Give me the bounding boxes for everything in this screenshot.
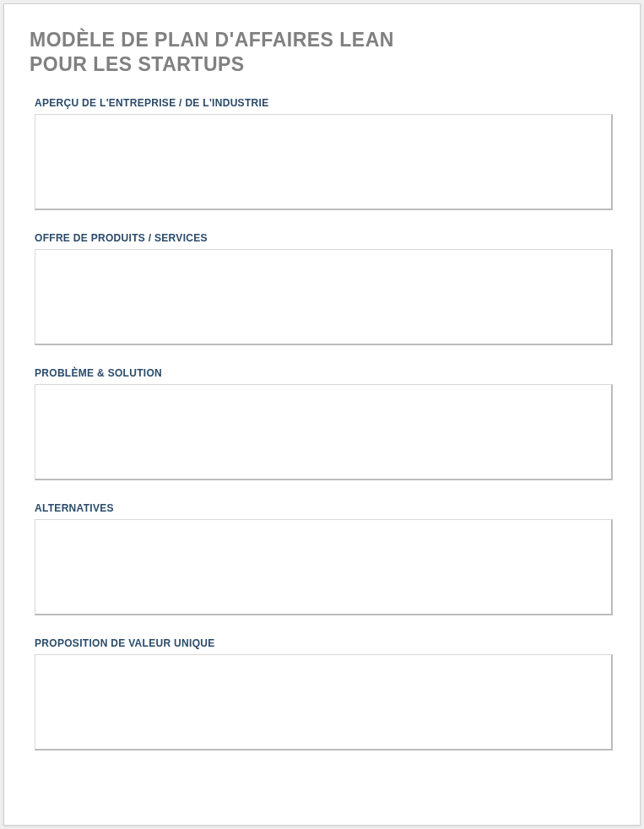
section-value-proposition: PROPOSITION DE VALEUR UNIQUE [30, 637, 614, 754]
section-label: APERÇU DE L'ENTREPRISE / DE L'INDUSTRIE [35, 97, 613, 109]
section-label: OFFRE DE PRODUITS / SERVICES [35, 232, 613, 244]
section-label: PROPOSITION DE VALEUR UNIQUE [35, 637, 613, 649]
section-alternatives: ALTERNATIVES [30, 502, 614, 619]
products-services-input[interactable] [35, 249, 613, 345]
document-page: MODÈLE DE PLAN D'AFFAIRES LEAN POUR LES … [3, 3, 641, 826]
document-title: MODÈLE DE PLAN D'AFFAIRES LEAN POUR LES … [30, 28, 614, 77]
alternatives-input[interactable] [35, 519, 613, 615]
company-overview-input[interactable] [35, 114, 613, 210]
section-products-services: OFFRE DE PRODUITS / SERVICES [30, 232, 614, 349]
section-label: ALTERNATIVES [35, 502, 613, 514]
title-line-2: POUR LES STARTUPS [30, 53, 245, 75]
section-label: PROBLÈME & SOLUTION [35, 367, 613, 379]
problem-solution-input[interactable] [35, 384, 613, 480]
title-line-1: MODÈLE DE PLAN D'AFFAIRES LEAN [30, 29, 394, 51]
value-proposition-input[interactable] [35, 654, 613, 750]
section-company-overview: APERÇU DE L'ENTREPRISE / DE L'INDUSTRIE [30, 97, 614, 214]
section-problem-solution: PROBLÈME & SOLUTION [30, 367, 614, 484]
